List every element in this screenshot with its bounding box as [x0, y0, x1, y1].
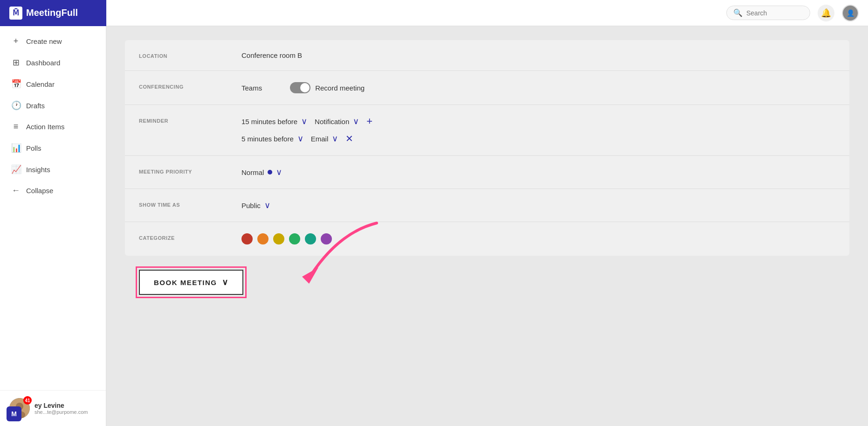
- color-circles: [241, 233, 835, 244]
- search-icon: 🔍: [733, 8, 743, 17]
- show-time-text: Public: [241, 202, 261, 210]
- book-meeting-button[interactable]: BOOK MEETING ∨: [139, 270, 243, 295]
- reminder-type-2[interactable]: Email ∨: [311, 133, 338, 144]
- logo-icon: M̈: [9, 7, 22, 20]
- book-meeting-area: BOOK MEETING ∨: [125, 256, 849, 309]
- sidebar-item-create-new[interactable]: + Create new: [0, 31, 106, 52]
- sidebar-item-collapse[interactable]: ← Collapse: [0, 180, 106, 201]
- priority-text: Normal: [241, 168, 264, 176]
- reminder-type-1-text: Notification: [315, 118, 349, 126]
- logo: M̈ MeetingFull: [0, 0, 106, 26]
- sidebar-label-polls: Polls: [26, 144, 41, 152]
- conferencing-label: CONFERENCING: [139, 82, 223, 90]
- color-circle[interactable]: [257, 233, 269, 244]
- record-meeting-label: Record meeting: [315, 84, 365, 92]
- sidebar-label-calendar: Calendar: [26, 80, 55, 88]
- record-toggle-wrap: Record meeting: [290, 82, 365, 93]
- reminder-time-2-text: 5 minutes before: [241, 135, 294, 143]
- reminder-type-1[interactable]: Notification ∨: [315, 116, 359, 126]
- color-circle[interactable]: [321, 233, 332, 244]
- record-meeting-toggle[interactable]: [290, 82, 310, 93]
- reminder-value: 15 minutes before ∨ Notification ∨ +: [241, 116, 835, 144]
- sidebar-label-dashboard: Dashboard: [26, 59, 60, 67]
- conferencing-text: Teams: [241, 84, 262, 92]
- priority-dot: [268, 170, 272, 175]
- chevron-down-icon-5: ∨: [276, 167, 282, 177]
- sidebar-label-drafts: Drafts: [26, 102, 45, 110]
- insights-icon: 📈: [11, 164, 21, 175]
- action-items-icon: ≡: [11, 122, 21, 132]
- book-meeting-chevron: ∨: [222, 277, 229, 287]
- sidebar-item-dashboard[interactable]: ⊞ Dashboard: [0, 52, 106, 73]
- sidebar-item-calendar[interactable]: 📅 Calendar: [0, 73, 106, 95]
- reminder-row-2: 5 minutes before ∨ Email ∨ ✕: [241, 133, 835, 144]
- reminder-time-1-text: 15 minutes before: [241, 118, 297, 126]
- color-circle[interactable]: [305, 233, 316, 244]
- drafts-icon: 🕐: [11, 100, 21, 111]
- reminder-time-1[interactable]: 15 minutes before ∨: [241, 116, 307, 126]
- logo-text: MeetingFull: [26, 7, 78, 18]
- polls-icon: 📊: [11, 143, 21, 153]
- notification-badge: 41: [23, 396, 32, 405]
- categorize-value: [241, 233, 835, 244]
- calendar-icon: 📅: [11, 79, 21, 89]
- add-reminder-button[interactable]: +: [366, 116, 372, 126]
- sidebar-item-action-items[interactable]: ≡ Action Items: [0, 116, 106, 137]
- color-circle[interactable]: [289, 233, 300, 244]
- plus-icon: +: [11, 36, 21, 46]
- priority-value: Normal ∨: [241, 167, 835, 177]
- conferencing-row: CONFERENCING Teams Record meeting: [125, 71, 849, 105]
- location-row: LOCATION Conference room B: [125, 40, 849, 71]
- search-box[interactable]: 🔍: [726, 6, 810, 20]
- sidebar-item-insights[interactable]: 📈 Insights: [0, 159, 106, 180]
- categorize-row: CATEGORIZE: [125, 222, 849, 256]
- sidebar-bottom: M 41 ey Levine she...te@purpome.com: [0, 390, 106, 426]
- color-circle[interactable]: [273, 233, 284, 244]
- reminder-label: REMINDER: [139, 116, 223, 124]
- notification-button[interactable]: 🔔: [818, 5, 834, 21]
- chevron-down-icon-1: ∨: [301, 116, 307, 126]
- search-input[interactable]: [746, 9, 802, 17]
- sidebar-item-polls[interactable]: 📊 Polls: [0, 137, 106, 159]
- book-meeting-label: BOOK MEETING: [154, 279, 217, 286]
- sidebar-label-collapse: Collapse: [26, 187, 53, 195]
- avatar-image: 👤: [843, 6, 858, 21]
- show-time-row: SHOW TIME AS Public ∨: [125, 189, 849, 222]
- show-time-select[interactable]: Public ∨: [241, 200, 835, 210]
- header-right: 🔍 🔔 👤: [726, 5, 859, 21]
- chevron-down-icon-2: ∨: [353, 116, 359, 126]
- toggle-knob: [300, 83, 310, 92]
- priority-select[interactable]: Normal ∨: [241, 167, 835, 177]
- dashboard-icon: ⊞: [11, 57, 21, 68]
- sidebar-item-drafts[interactable]: 🕐 Drafts: [0, 95, 106, 116]
- reminder-rows: 15 minutes before ∨ Notification ∨ +: [241, 116, 835, 144]
- show-time-value: Public ∨: [241, 200, 835, 210]
- color-circle[interactable]: [241, 233, 253, 244]
- reminder-row-1: 15 minutes before ∨ Notification ∨ +: [241, 116, 835, 126]
- m-badge: M: [7, 406, 21, 421]
- sidebar-label-insights: Insights: [26, 166, 50, 174]
- reminder-type-2-text: Email: [311, 135, 329, 143]
- form-section: LOCATION Conference room B CONFERENCING …: [125, 40, 849, 256]
- location-label: LOCATION: [139, 51, 223, 59]
- header-avatar[interactable]: 👤: [842, 5, 859, 21]
- show-time-label: SHOW TIME AS: [139, 200, 223, 208]
- user-name: ey Levine: [34, 402, 88, 409]
- sidebar: + Create new ⊞ Dashboard 📅 Calendar 🕐 Dr…: [0, 26, 106, 426]
- user-avatar-wrapper: M 41: [9, 398, 30, 419]
- remove-reminder-button[interactable]: ✕: [345, 133, 353, 144]
- user-email: she...te@purpome.com: [34, 409, 88, 415]
- reminder-time-2[interactable]: 5 minutes before ∨: [241, 133, 303, 144]
- sidebar-label-create-new: Create new: [26, 37, 62, 45]
- svg-marker-3: [302, 267, 318, 284]
- location-value: Conference room B: [241, 51, 835, 59]
- sidebar-label-action-items: Action Items: [26, 123, 65, 131]
- priority-label: MEETING PRIORITY: [139, 167, 223, 175]
- main-content: LOCATION Conference room B CONFERENCING …: [106, 26, 868, 426]
- chevron-down-icon-3: ∨: [297, 133, 303, 144]
- conferencing-value: Teams Record meeting: [241, 82, 835, 93]
- chevron-down-icon-4: ∨: [332, 133, 338, 144]
- chevron-down-icon-6: ∨: [264, 200, 270, 210]
- priority-row: MEETING PRIORITY Normal ∨: [125, 156, 849, 189]
- collapse-icon: ←: [11, 186, 21, 196]
